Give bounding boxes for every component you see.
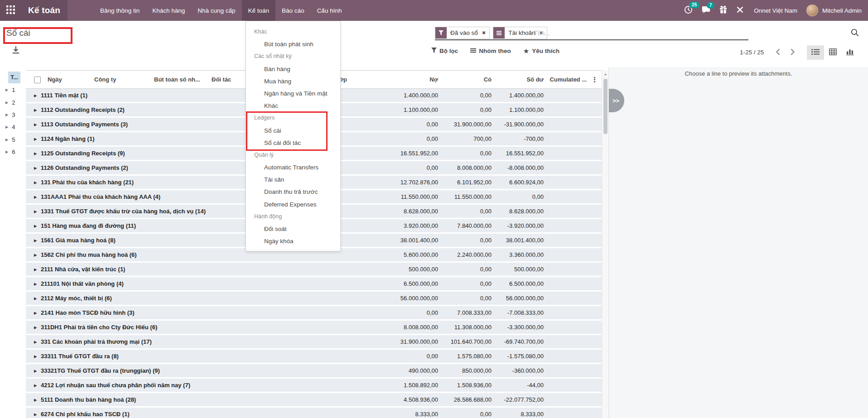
favorites-label: Yêu thích <box>532 48 559 54</box>
menu-item-3-0[interactable]: Automatic Transfers <box>246 161 340 173</box>
group-row[interactable]: ▶5111 Doanh thu bán hàng hoá (28)4.508.9… <box>26 393 602 406</box>
top-menu-item-5[interactable]: Cấu hình <box>311 0 348 21</box>
menu-item-3-3[interactable]: Deferred Expenses <box>246 198 340 211</box>
export-download-button[interactable] <box>12 46 20 56</box>
col-cumulated[interactable]: Cumulated ... <box>550 71 587 88</box>
group-row[interactable]: ▶2112 Máy móc, thiết bị (6)56.000.000,00… <box>26 292 602 305</box>
menu-item-4-0[interactable]: Đối soát <box>246 223 340 235</box>
star-icon: ★ <box>523 48 529 54</box>
app-title[interactable]: Kế toán <box>21 0 68 21</box>
menu-item-0-0[interactable]: Bút toán phát sinh <box>246 38 340 50</box>
menu-item-2-0[interactable]: Sổ cái <box>246 125 340 137</box>
sidebar-column-header[interactable]: T... <box>8 72 20 83</box>
balance-value: -700,00 <box>524 132 544 145</box>
top-menu: Bảng thông tinKhách hàngNhà cung cấpKế t… <box>94 0 348 21</box>
debit-value: 0,00 <box>427 132 438 145</box>
scroll-up-arrow-icon[interactable]: ▲ <box>602 72 609 76</box>
top-menu-item-3[interactable]: Kế toán <box>242 0 276 21</box>
debit-value: 4.508.936,00 <box>404 393 438 406</box>
download-icon <box>12 48 20 55</box>
balance-value: 16.551.952,00 <box>506 147 544 160</box>
page-title: Sổ cái <box>6 28 30 38</box>
select-all-checkbox[interactable] <box>34 77 41 83</box>
credit-value: 26.586.688,00 <box>454 393 492 406</box>
group-level-row-1[interactable]: ▶1 <box>0 84 25 96</box>
search-facet-0[interactable]: Đã vào sổ✖ <box>435 27 490 39</box>
balance-value: -1.575.080,00 <box>507 350 544 363</box>
user-avatar[interactable] <box>806 5 818 16</box>
group-level-row-6[interactable]: ▶6 <box>0 146 25 158</box>
debug-tools-button[interactable] <box>736 6 744 15</box>
user-menu[interactable]: Mitchell Admin <box>822 7 862 14</box>
menu-item-1-2[interactable]: Ngân hàng và Tiền mặt <box>246 87 340 100</box>
account-group-name: 211101 Nội thất văn phòng (4) <box>41 277 124 290</box>
col-company[interactable]: Công ty <box>94 71 116 88</box>
expand-triangle-icon: ▶ <box>34 263 37 276</box>
debit-value: 3.920.000,00 <box>404 219 438 232</box>
col-balance[interactable]: Số dư <box>526 71 544 88</box>
pager-previous-button[interactable] <box>776 48 781 57</box>
credit-value: 0,00 <box>480 277 492 290</box>
col-debit[interactable]: Nợ <box>429 71 438 88</box>
col-date[interactable]: Ngày <box>48 71 62 88</box>
facet-remove-icon[interactable]: ✖ <box>482 27 489 38</box>
pivot-view-button[interactable] <box>824 45 841 60</box>
filters-button[interactable]: Bộ lọc <box>431 48 458 54</box>
menu-section-title-1: Các sổ nhật ký <box>246 50 340 62</box>
group-row[interactable]: ▶331 Các khoản phải trả thương mại (17)3… <box>26 335 602 348</box>
expand-triangle-icon: ▶ <box>34 306 37 319</box>
search-icon[interactable] <box>851 29 859 38</box>
group-row[interactable]: ▶311DH1 Phải trả tiền cho Cty Đức Hiếu (… <box>26 321 602 334</box>
group-row[interactable]: ▶33311 Thuế GTGT đầu ra (8)0,001.575.080… <box>26 350 602 363</box>
messages-button[interactable]: 7 <box>702 6 710 15</box>
optional-columns-icon[interactable]: ⋮ <box>591 71 598 88</box>
balance-value: -22.077.752,00 <box>504 393 544 406</box>
top-menu-item-0[interactable]: Bảng thông tin <box>94 0 146 21</box>
menu-item-1-3[interactable]: Khác <box>246 100 340 112</box>
activities-button[interactable]: 25 <box>684 5 693 16</box>
group-row[interactable]: ▶2141 Hao mòn TSCĐ hữu hình (3)0,007.008… <box>26 306 602 319</box>
pager-range: 1-25 / 25 <box>740 49 764 56</box>
group-level-row-3[interactable]: ▶3 <box>0 109 25 121</box>
vertical-scrollbar[interactable]: ▲ <box>602 70 608 418</box>
group-row[interactable]: ▶33321TG Thuế GTGT đầu ra (trunggian) (9… <box>26 364 602 377</box>
top-menu-item-4[interactable]: Báo cáo <box>275 0 311 21</box>
search-input[interactable] <box>534 27 728 39</box>
company-switcher[interactable]: Onnet Việt Nam <box>754 7 797 14</box>
pager-next-button[interactable] <box>790 48 795 57</box>
panel-collapse-button[interactable]: >> <box>609 89 624 112</box>
group-row[interactable]: ▶6274 Chi phí khấu hao TSCĐ (1)8.333,000… <box>26 408 602 418</box>
group-row[interactable]: ▶4212 Lợi nhuận sau thuế chưa phân phối … <box>26 379 602 392</box>
filter-icon <box>435 27 447 38</box>
col-credit[interactable]: Có <box>484 71 492 88</box>
debit-value: 1.508.892,00 <box>404 379 438 392</box>
gift-button[interactable] <box>719 5 727 15</box>
debit-value: 11.550.000,00 <box>401 190 438 203</box>
col-entry[interactable]: Bút toán số nh... <box>154 71 200 88</box>
debit-value: 6.500.000,00 <box>404 277 438 290</box>
menu-item-1-0[interactable]: Bán hàng <box>246 63 340 75</box>
menu-item-3-2[interactable]: Doanh thu trả trước <box>246 186 340 198</box>
group-row[interactable]: ▶211101 Nội thất văn phòng (4)6.500.000,… <box>26 277 602 290</box>
graph-view-button[interactable] <box>841 45 858 60</box>
menu-item-4-1[interactable]: Ngày khóa <box>246 235 340 247</box>
favorites-button[interactable]: ★ Yêu thích <box>523 48 559 54</box>
apps-grid-button[interactable] <box>0 0 21 21</box>
group-level-row-5[interactable]: ▶5 <box>0 134 25 146</box>
list-view-button[interactable] <box>807 45 824 60</box>
top-menu-item-1[interactable]: Khách hàng <box>146 0 191 21</box>
col-partner[interactable]: Đối tác <box>212 71 231 88</box>
group-row[interactable]: ▶2111 Nhà cửa, vật kiến trúc (1)500.000,… <box>26 263 602 276</box>
scrollbar-thumb[interactable] <box>603 79 608 134</box>
credit-value: 7.008.333,00 <box>457 306 492 319</box>
debit-value: 0,00 <box>427 350 438 363</box>
group-by-button[interactable]: Nhóm theo <box>470 48 511 54</box>
menu-item-3-1[interactable]: Tài sản <box>246 173 340 186</box>
menu-item-1-1[interactable]: Mua hàng <box>246 75 340 87</box>
group-level-row-4[interactable]: ▶4 <box>0 121 25 133</box>
group-level-row-2[interactable]: ▶2 <box>0 96 25 108</box>
menu-item-2-1[interactable]: Sổ cái đối tác <box>246 137 340 149</box>
top-menu-item-2[interactable]: Nhà cung cấp <box>191 0 241 21</box>
account-group-name: 311DH1 Phải trả tiền cho Cty Đức Hiếu (6… <box>41 321 157 334</box>
balance-value: 0,00 <box>532 190 544 203</box>
